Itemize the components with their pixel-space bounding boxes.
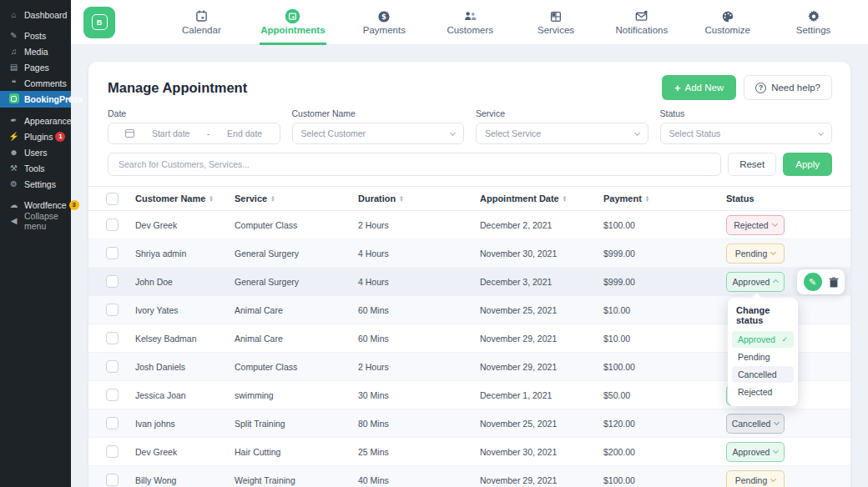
sort-icon[interactable]: ▲▼ [209,195,213,203]
sidebar-item-dashboard[interactable]: ⌂Dashboard [0,7,71,23]
add-new-button[interactable]: + Add New [662,75,736,100]
customers-icon [463,9,477,23]
status-option-pending[interactable]: Pending [732,349,794,365]
tab-appointments[interactable]: Appointments [260,0,325,45]
column-header: Payment▲▼ [603,193,726,203]
sort-icon[interactable]: ▲▼ [645,195,649,203]
chevron-down-icon [770,249,776,255]
table-row[interactable]: Dev GreekHair Cutting25 MinsNovember 30,… [88,438,850,466]
sidebar-item-comments[interactable]: ❝Comments [0,75,71,91]
appointments-icon [285,9,300,23]
sidebar-item-appearance[interactable]: ✒Appearance [0,113,71,128]
question-icon: ? [755,83,766,93]
tab-services[interactable]: Services [529,0,583,45]
chevron-down-icon [450,129,456,135]
card-header: Manage Appointment + Add New ? Need help… [88,62,850,108]
table-row[interactable]: Dev GreekComputer Class2 HoursDecember 2… [88,211,850,239]
sidebar-item-settings[interactable]: ⚙Settings [0,176,71,192]
apply-button[interactable]: Apply [783,153,832,176]
svg-text:$: $ [381,13,386,21]
tab-customers[interactable]: Customers [443,0,497,45]
row-checkbox[interactable] [106,247,119,259]
change-status-popup: Change status Approved✓PendingCancelledR… [728,298,798,406]
manage-appointment-card: Manage Appointment + Add New ? Need help… [88,62,850,487]
table-row[interactable]: Billy WongWeight Training40 MinsNovember… [88,466,850,487]
row-checkbox[interactable] [106,445,119,458]
row-checkbox[interactable] [106,360,119,373]
tab-customize[interactable]: Customize [701,0,754,45]
sort-icon[interactable]: ▲▼ [270,195,275,203]
customer-select[interactable]: Select Customer [292,123,465,144]
status-button[interactable]: Pending [726,470,785,487]
cell-payment: $100.00 [603,475,726,485]
row-checkbox[interactable] [106,304,119,316]
edit-icon[interactable]: ✎ [804,273,822,291]
status-button[interactable]: Rejected [726,215,785,235]
status-select[interactable]: Select Status [660,123,833,144]
service-select[interactable]: Select Service [476,123,648,144]
sort-icon[interactable]: ▲▼ [399,195,403,203]
cell-date: November 25, 2021 [480,305,603,315]
sidebar-item-pages[interactable]: ▤Pages [0,59,71,75]
table-row[interactable]: Shriya adminGeneral Surgery4 HoursNovemb… [88,239,850,268]
tab-settings[interactable]: Settings [787,0,840,45]
tab-payments[interactable]: $Payments [357,0,411,45]
cell-duration: 25 Mins [358,447,480,457]
bookingpress-logo-icon: B [92,14,108,30]
status-button[interactable]: Approved [726,442,785,462]
sidebar-item-bookingpress[interactable]: BookingPress [0,91,71,108]
cell-payment: $50.00 [603,390,726,400]
status-option-label: Pending [738,352,770,362]
row-checkbox[interactable] [106,417,119,429]
row-checkbox[interactable] [106,474,119,486]
check-icon: ✓ [781,335,788,344]
column-header-label: Duration [358,193,396,203]
sidebar-item-collapse[interactable]: ◀Collapse menu [0,213,71,228]
sort-icon[interactable]: ▲▼ [563,195,567,203]
chevron-down-icon [818,129,824,135]
sidebar-item-media[interactable]: ♫Media [0,43,71,59]
status-label: Approved [733,447,770,457]
status-option-cancelled[interactable]: Cancelled [732,366,794,383]
need-help-button[interactable]: ? Need help? [744,75,832,100]
wp-admin-sidebar: ⌂Dashboard✎Posts♫Media▤Pages❝CommentsBoo… [0,0,71,487]
cell-duration: 4 Hours [358,277,480,287]
row-checkbox[interactable] [106,332,119,344]
status-option-approved[interactable]: Approved✓ [732,331,794,348]
select-all-checkbox[interactable] [106,193,119,205]
row-checkbox[interactable] [106,389,119,401]
search-input[interactable] [108,153,721,176]
column-header-label: Appointment Date [480,193,559,203]
status-button[interactable]: Pending [726,243,785,264]
status-filter: Status Select Status [660,108,833,144]
table-row[interactable]: John DoeGeneral Surgery4 HoursDecember 3… [88,268,850,296]
cell-status: Approved [726,442,850,462]
delete-icon[interactable] [829,277,839,288]
date-range-input[interactable]: Start date - End date [108,123,280,144]
status-label: Rejected [734,220,768,230]
tab-calendar[interactable]: Calendar [174,0,228,45]
cell-customer: Dev Greek [135,220,235,230]
sidebar-item-label: Media [24,47,48,57]
tab-notifications[interactable]: Notifications [615,0,669,45]
reset-button[interactable]: Reset [728,153,776,176]
column-header: Appointment Date▲▼ [480,193,603,203]
status-option-rejected[interactable]: Rejected [732,384,794,400]
cell-service: Weight Training [235,475,358,485]
tab-label: Appointments [260,25,325,35]
filters-row: Date Start date - End date Customer Name… [88,108,850,144]
service-filter-label: Service [476,108,648,118]
sidebar-item-plugins[interactable]: ⚡Plugins1 [0,128,71,144]
sidebar-item-label: Posts [24,31,46,41]
status-button[interactable]: Cancelled [726,414,785,434]
sidebar-item-posts[interactable]: ✎Posts [0,28,71,43]
status-button[interactable]: Approved [726,272,785,292]
row-checkbox[interactable] [106,218,119,231]
sidebar-item-tools[interactable]: ⚒Tools [0,160,71,176]
chevron-down-icon [633,129,639,135]
sidebar-item-users[interactable]: ☻Users [0,144,71,160]
table-row[interactable]: Ivan johnsSplit Training80 MinsNovember … [88,409,850,438]
cell-service: Split Training [235,419,358,429]
column-header: Service▲▼ [235,193,358,203]
row-checkbox[interactable] [106,275,119,288]
